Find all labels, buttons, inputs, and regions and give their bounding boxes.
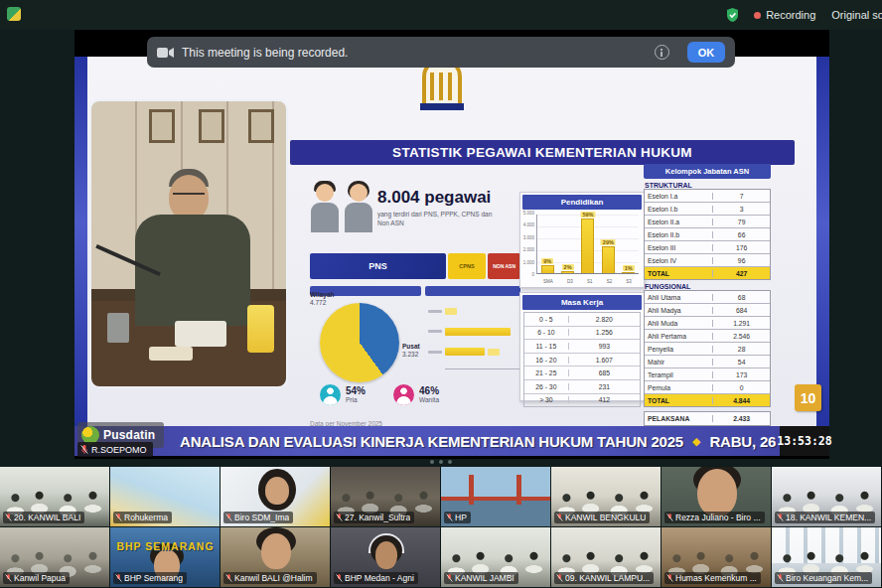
education-chart-title: Pendidikan bbox=[522, 195, 642, 210]
mic-muted-icon bbox=[446, 573, 453, 583]
mic-muted-icon bbox=[777, 513, 784, 522]
participant-name-tag: Biro Keuangan Kem... bbox=[775, 572, 872, 584]
age-distribution-chart bbox=[428, 302, 519, 375]
education-bars: 9% 2% 59% 29% 1% bbox=[536, 215, 639, 274]
mic-muted-icon bbox=[5, 573, 12, 583]
male-avatar-icon bbox=[344, 180, 373, 243]
video-tile[interactable]: 09. KANWIL LAMPU... bbox=[551, 527, 662, 588]
speaker-name-tag: R.SOEPOMO bbox=[77, 442, 153, 457]
bar: 9% bbox=[541, 265, 554, 273]
security-shield-icon[interactable] bbox=[725, 7, 740, 23]
table-row: Eselon IV96 bbox=[645, 254, 770, 267]
slide-left-border bbox=[74, 57, 87, 426]
picture-frame bbox=[248, 109, 274, 143]
mic-muted-icon bbox=[556, 573, 563, 583]
tenure-table-title: Masa Kerja bbox=[522, 295, 642, 310]
mic-muted-icon bbox=[225, 513, 232, 522]
video-tile[interactable]: 27. Kanwil_Sultra bbox=[331, 467, 441, 527]
participant-name-tag: Rohukerma bbox=[113, 512, 172, 523]
video-tile[interactable]: BHP Medan - Agni bbox=[331, 527, 441, 588]
participant-name-tag: 18. KANWIL KEMEN... bbox=[775, 512, 875, 523]
gender-female: 46% Wanita bbox=[393, 384, 439, 405]
picture-frame bbox=[199, 109, 224, 143]
video-tile[interactable]: Rezza Juliano - Biro ... bbox=[662, 467, 772, 527]
struktural-total-row: TOTAL427 bbox=[645, 267, 770, 279]
video-tile[interactable]: BHP SEMARANG BHP Semarang bbox=[110, 527, 220, 588]
tissue-box bbox=[175, 321, 226, 347]
placement-pie bbox=[320, 303, 399, 382]
table-row: 21 - 25685 bbox=[524, 367, 640, 380]
video-tile[interactable]: 18. KANWIL KEMEN... bbox=[772, 467, 882, 527]
mic-muted-icon bbox=[225, 573, 232, 583]
participant-name-tag: 27. Kanwil_Sultra bbox=[334, 512, 414, 523]
info-icon[interactable] bbox=[655, 45, 669, 60]
table-row: Eselon II.b66 bbox=[645, 228, 770, 241]
video-camera-icon bbox=[157, 47, 174, 59]
picture-frame bbox=[149, 109, 175, 143]
original-sound-menu[interactable]: Original sou bbox=[831, 9, 882, 21]
video-tile[interactable]: Rohukerma bbox=[110, 467, 220, 527]
table-row: > 30412 bbox=[524, 394, 640, 407]
video-tile[interactable]: 20. KANWIL BALI bbox=[0, 467, 110, 527]
recording-indicator: Recording bbox=[754, 9, 815, 21]
education-chart-panel: Pendidikan 5.0004.000 3.0002.000 1.0000 … bbox=[519, 192, 645, 288]
participant-name-tag: BHP Medan - Agni bbox=[334, 572, 418, 584]
table-row: Eselon II.a79 bbox=[645, 216, 770, 228]
tenure-table: 0 - 52.820 6 - 101.256 11 - 15993 16 - 2… bbox=[523, 312, 641, 407]
participant-name-tag: BHP Semarang bbox=[113, 572, 187, 584]
participant-name-tag: Kanwil Papua bbox=[3, 572, 70, 584]
pns-badge: PNS bbox=[310, 253, 446, 279]
video-tile[interactable]: KANWIL JAMBI bbox=[441, 527, 551, 588]
fungsional-label: FUNGSIONAL bbox=[644, 280, 771, 290]
table-row: Eselon I.b3 bbox=[645, 203, 770, 216]
age-section-header bbox=[425, 286, 520, 296]
table-row: Penyelia28 bbox=[645, 343, 770, 356]
male-icon bbox=[320, 384, 341, 405]
table-row: 26 - 30231 bbox=[524, 380, 640, 394]
mic-muted-icon bbox=[115, 513, 122, 522]
virtual-background-text: BHP SEMARANG bbox=[110, 540, 220, 552]
table-row: Terampil173 bbox=[645, 368, 770, 381]
slide-right-border bbox=[816, 57, 829, 426]
water-glass bbox=[107, 313, 129, 343]
table-row: Ahli Utama68 bbox=[645, 291, 770, 304]
table-row: Ahli Muda1.291 bbox=[645, 317, 770, 330]
participant-name-tag: KANWIL BENGKULU bbox=[554, 512, 650, 523]
position-group-table: Kelompok Jabatan ASN STRUKTURAL Eselon I… bbox=[644, 164, 771, 426]
table-row: Eselon III176 bbox=[645, 241, 770, 254]
pelaksana-row: PELAKSANA2.433 bbox=[644, 411, 771, 426]
ok-button[interactable]: OK bbox=[687, 42, 725, 63]
recording-dot-icon bbox=[754, 12, 761, 19]
recording-label: Recording bbox=[766, 9, 815, 21]
table-row: 6 - 101.256 bbox=[524, 327, 640, 341]
event-ticker-banner: ANALISA DAN EVALUASI KINERJA KEMENTERIAN… bbox=[74, 426, 829, 456]
video-tile[interactable]: Kanwil Papua bbox=[0, 527, 110, 588]
education-y-ticks: 5.0004.000 3.0002.000 1.0000 bbox=[521, 211, 534, 277]
table-row: Eselon I.a7 bbox=[645, 190, 770, 203]
table-row: Ahli Madya684 bbox=[645, 304, 770, 317]
slide-title: STATISTIK PEGAWAI KEMENTERIAN HUKUM bbox=[290, 140, 795, 165]
employee-count: 8.004 pegawai bbox=[377, 188, 497, 208]
video-tile[interactable]: KANWIL BENGKULU bbox=[551, 467, 662, 527]
participant-name-tag: HP bbox=[444, 512, 471, 523]
position-table-title: Kelompok Jabatan ASN bbox=[644, 164, 771, 179]
video-tile[interactable]: Biro SDM_Ima bbox=[220, 467, 331, 527]
yellow-canister bbox=[247, 305, 274, 353]
mic-muted-icon bbox=[777, 573, 784, 583]
gallery-drag-handle[interactable] bbox=[427, 460, 455, 464]
table-row: 11 - 15993 bbox=[524, 340, 640, 354]
mic-muted-icon bbox=[336, 573, 343, 583]
recording-notice-banner: This meeting is being recorded. OK bbox=[147, 37, 735, 68]
tenure-table-panel: Masa Kerja 0 - 52.820 6 - 101.256 11 - 1… bbox=[519, 292, 645, 401]
video-tile[interactable]: HP bbox=[441, 467, 551, 527]
video-tile[interactable]: Kanwil BALI @Halim bbox=[220, 527, 331, 588]
headline-block: 8.004 pegawai yang terdiri dari PNS, PPP… bbox=[310, 180, 523, 251]
video-tile[interactable]: Humas Kemenkum ... bbox=[662, 527, 772, 588]
participant-name-tag: 09. KANWIL LAMPU... bbox=[554, 572, 654, 584]
video-tile[interactable]: Biro Keuangan Kem... bbox=[772, 527, 882, 588]
bar: 59% bbox=[581, 219, 594, 273]
cpns-badge: CPNS bbox=[448, 253, 486, 279]
participant-face bbox=[375, 541, 397, 569]
speaker-video bbox=[89, 99, 288, 388]
snack-tray bbox=[149, 347, 193, 361]
